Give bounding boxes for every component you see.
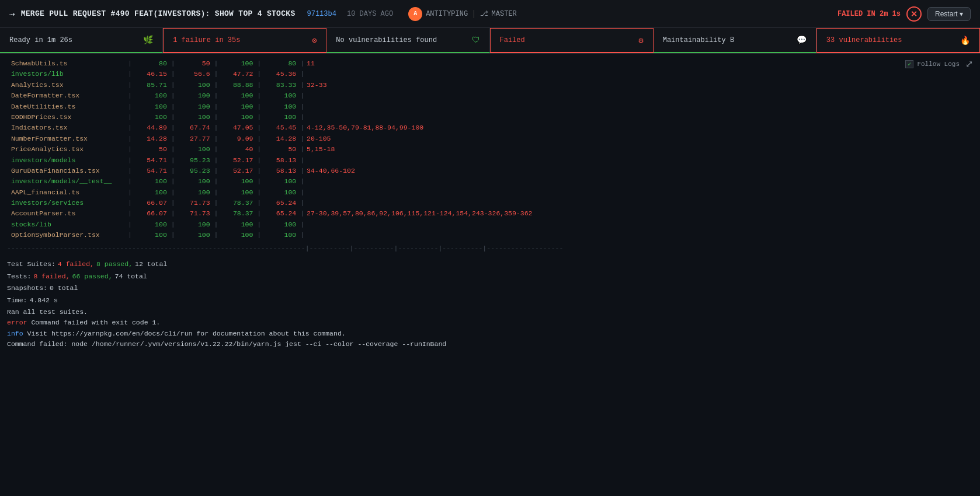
coverage-value: 14.28	[261, 134, 296, 144]
coverage-value: 14.28	[132, 134, 167, 144]
table-row: Analytics.tsx |85.71 |100 |88.88 |83.33 …	[7, 80, 973, 90]
tab-no-vuln-icon: 🛡	[472, 36, 480, 45]
coverage-value: 100	[261, 112, 296, 123]
coverage-value: 83.33	[261, 80, 296, 90]
coverage-value: 56.6	[175, 69, 210, 79]
tab-vulnerabilities[interactable]: 33 vulnerabilities 🔥	[816, 28, 980, 53]
test-summary: Test Suites: 4 failed, 8 passed, 12 tota…	[7, 259, 973, 350]
tab-ready-label: Ready in 1m 26s	[9, 36, 72, 44]
uncovered-lines: 5,15-18	[307, 144, 335, 155]
coverage-value: 100	[132, 112, 167, 123]
coverage-value: 100	[261, 230, 296, 240]
follow-logs-control[interactable]: Follow Logs	[905, 60, 960, 68]
top-bar-left: ⇢ MERGE PULL REQUEST #490 FEAT(INVESTORS…	[9, 7, 517, 21]
table-row: investors/models |54.71 |95.23 |52.17 |5…	[7, 155, 973, 166]
table-row: NumberFormatter.tsx |14.28 |27.77 |9.09 …	[7, 134, 973, 144]
coverage-value: 45.36	[261, 69, 296, 79]
coverage-value: 52.17	[218, 155, 253, 166]
coverage-value: 95.23	[175, 166, 210, 176]
coverage-value: 100	[175, 230, 210, 240]
tab-failure-label: 1 failure in 35s	[173, 36, 240, 44]
coverage-value: 100	[175, 90, 210, 101]
coverage-value: 100	[132, 90, 167, 101]
coverage-value: 100	[218, 102, 253, 112]
coverage-value: 65.24	[261, 208, 296, 219]
file-name: stocks/lib	[7, 219, 124, 230]
coverage-value: 100	[132, 230, 167, 240]
coverage-value: 100	[261, 90, 296, 101]
tab-ready-icon: 🌿	[143, 35, 153, 45]
coverage-value: 71.73	[175, 208, 210, 219]
uncovered-lines: 4-12,35-50,79-81,88-94,99-100	[307, 123, 423, 133]
tab-failed-icon: ⚙	[638, 36, 643, 46]
summary-line: Snapshots: 0 total	[7, 282, 973, 295]
coverage-value: 9.09	[218, 134, 253, 144]
coverage-value: 47.05	[218, 123, 253, 133]
uncovered-lines: 32-33	[307, 80, 327, 90]
cancel-button[interactable]: ✕	[906, 6, 922, 22]
coverage-value: 100	[175, 102, 210, 112]
coverage-value: 58.13	[261, 155, 296, 166]
coverage-value: 85.71	[132, 80, 167, 90]
coverage-value: 65.24	[261, 198, 296, 208]
file-name: DateFormatter.tsx	[7, 90, 124, 101]
tab-vulnerabilities-label: 33 vulnerabilities	[826, 36, 902, 44]
coverage-value: 100	[218, 187, 253, 198]
branch-name: MASTER	[492, 10, 517, 18]
table-row: Indicators.tsx |44.89 |67.74 |47.05 |45.…	[7, 123, 973, 133]
coverage-value: 80	[261, 58, 296, 69]
table-row: investors/models/__test__ |100 |100 |100…	[7, 176, 973, 187]
coverage-value: 100	[175, 219, 210, 230]
ran-line: Ran all test suites.	[7, 307, 973, 317]
file-name: Analytics.tsx	[7, 80, 124, 90]
top-bar-right: FAILED IN 2m 1s ✕ Restart ▾	[837, 6, 971, 22]
tab-maintainability[interactable]: Maintainability B 💬	[654, 28, 816, 53]
coverage-value: 46.15	[132, 69, 167, 79]
branch-icon: ⎇	[480, 9, 488, 18]
summary-line: Tests: 8 failed, 66 passed, 74 total	[7, 271, 973, 283]
follow-logs-label: Follow Logs	[917, 61, 960, 68]
table-row: DateFormatter.tsx |100 |100 |100 |100 |	[7, 90, 973, 101]
coverage-value: 100	[175, 112, 210, 123]
coverage-value: 50	[175, 58, 210, 69]
table-divider: ----------------------------------------…	[7, 243, 973, 254]
coverage-value: 100	[218, 90, 253, 101]
file-name: PriceAnalytics.tsx	[7, 144, 124, 155]
file-name: Indicators.tsx	[7, 123, 124, 133]
file-name: SchwabUtils.ts	[7, 58, 124, 69]
info-line: info Visit https://yarnpkg.com/en/docs/c…	[7, 329, 973, 339]
coverage-value: 100	[175, 80, 210, 90]
coverage-value: 100	[175, 176, 210, 187]
restart-button[interactable]: Restart ▾	[927, 7, 971, 21]
coverage-value: 95.23	[175, 155, 210, 166]
coverage-value: 67.74	[175, 123, 210, 133]
tab-failed-label: Failed	[500, 36, 525, 44]
coverage-value: 100	[132, 219, 167, 230]
coverage-value: 100	[175, 144, 210, 155]
table-row: GuruDataFinancials.tsx |54.71 |95.23 |52…	[7, 166, 973, 176]
table-row: EODHDPrices.tsx |100 |100 |100 |100 |	[7, 112, 973, 123]
table-row: SchwabUtils.ts |80 |50 |100 |80 |11	[7, 58, 973, 69]
org-logo: A	[408, 7, 422, 21]
coverage-value: 78.37	[218, 208, 253, 219]
uncovered-lines: 11	[307, 58, 315, 69]
tab-failed[interactable]: Failed ⚙	[490, 28, 654, 53]
error-line: error Command failed with exit code 1.	[7, 317, 973, 328]
coverage-value: 52.17	[218, 166, 253, 176]
coverage-value: 45.45	[261, 123, 296, 133]
tab-ready[interactable]: Ready in 1m 26s 🌿	[0, 28, 163, 53]
file-name: OptionSymbolParser.tsx	[7, 230, 124, 240]
follow-logs-checkbox[interactable]	[905, 60, 913, 68]
expand-button[interactable]: ⤢	[965, 58, 973, 69]
merge-icon: ⇢	[9, 8, 15, 20]
summary-line: Test Suites: 4 failed, 8 passed, 12 tota…	[7, 259, 973, 271]
coverage-value: 100	[218, 58, 253, 69]
commit-hash: 97113b4	[307, 10, 336, 18]
coverage-value: 40	[218, 144, 253, 155]
tab-no-vuln[interactable]: No vulnerabilities found 🛡	[326, 28, 489, 53]
uncovered-lines: 20-105	[307, 134, 331, 144]
coverage-value: 58.13	[261, 166, 296, 176]
tab-failure[interactable]: 1 failure in 35s ⊗	[163, 28, 326, 53]
coverage-value: 80	[132, 58, 167, 69]
table-row: investors/services |66.07 |71.73 |78.37 …	[7, 198, 973, 208]
